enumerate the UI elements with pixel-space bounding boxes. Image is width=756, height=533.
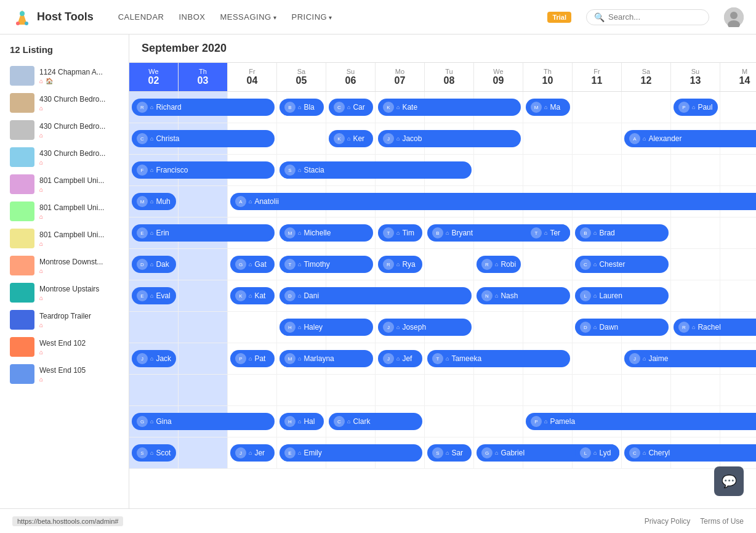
booking-bar[interactable]: S⌂Sar xyxy=(427,444,472,462)
booking-avatar: L xyxy=(580,447,591,458)
booking-name: Scot xyxy=(156,449,171,457)
booking-bar[interactable]: J⌂Jaime xyxy=(624,350,756,367)
airbnb-booking-icon: ⌂ xyxy=(150,261,153,267)
listing-item[interactable]: 801 Campbell Uni... ⌂ xyxy=(0,171,129,198)
booking-bar[interactable]: L⌂Lyd xyxy=(575,444,619,462)
booking-bar[interactable]: J⌂Jer xyxy=(230,444,275,462)
booking-bar[interactable]: E⌂Erin xyxy=(132,224,275,242)
listing-item[interactable]: 430 Church Bedro... ⌂ xyxy=(0,89,129,116)
booking-name: Chester xyxy=(599,260,625,269)
booking-bar[interactable]: M⌂Michelle xyxy=(279,224,373,242)
booking-bar[interactable]: L⌂Lauren xyxy=(575,287,669,304)
logo[interactable]: Host Tools xyxy=(12,7,94,27)
booking-name: Joseph xyxy=(402,323,426,332)
booking-bar[interactable]: C⌂Clark xyxy=(329,413,422,430)
booking-bar[interactable]: P⌂Paul xyxy=(674,99,718,116)
booking-avatar: J xyxy=(383,322,394,333)
nav-calendar[interactable]: CALENDAR xyxy=(118,12,164,22)
booking-bar[interactable]: M⌂Marlayna xyxy=(279,350,373,367)
airbnb-booking-icon: ⌂ xyxy=(544,418,547,425)
booking-bar[interactable]: T⌂Tim xyxy=(378,224,422,242)
calendar-day-col: Mo 07 xyxy=(376,63,425,91)
booking-bar[interactable]: E⌂Emily xyxy=(279,444,422,462)
booking-avatar: J xyxy=(235,447,246,458)
booking-bar[interactable]: G⌂Gat xyxy=(230,256,275,273)
listing-item[interactable]: 801 Campbell Uni... ⌂ xyxy=(0,198,129,225)
booking-name: Lyd xyxy=(599,449,611,457)
listing-item[interactable]: 430 Church Bedro... ⌂ xyxy=(0,144,129,171)
listing-item[interactable]: Montrose Upstairs ⌂ xyxy=(0,279,129,306)
privacy-policy-link[interactable]: Privacy Policy xyxy=(645,517,691,526)
booking-bar[interactable]: C⌂Christa xyxy=(132,130,275,147)
booking-bar[interactable]: B⌂Brad xyxy=(575,224,669,242)
booking-bar[interactable]: A⌂Alexander xyxy=(624,130,756,147)
booking-bar[interactable]: D⌂Dak xyxy=(132,256,176,273)
listing-item[interactable]: Teardrop Trailer ⌂ xyxy=(0,306,129,333)
calendar-day-col: Sa 05 xyxy=(277,63,326,91)
listing-item[interactable]: Montrose Downst... ⌂ xyxy=(0,252,129,279)
booking-avatar: D xyxy=(284,290,296,301)
booking-bar[interactable]: K⌂Kate xyxy=(378,99,521,116)
footer: https://beta.hosttools.com/admin# Privac… xyxy=(0,508,756,533)
booking-bar[interactable]: M⌂Muh xyxy=(132,193,176,210)
booking-bar[interactable]: T⌂Ter xyxy=(526,224,570,242)
terms-of-use-link[interactable]: Terms of Use xyxy=(700,517,744,526)
airbnb-booking-icon: ⌂ xyxy=(544,230,547,236)
booking-bar[interactable]: R⌂Robi xyxy=(477,256,521,273)
booking-bar[interactable]: T⌂Timothy xyxy=(279,256,373,273)
calendar-row: S⌂ScotJ⌂JerE⌂EmilyS⌂SarG⌂GabrielL⌂LydC⌂C… xyxy=(129,437,756,469)
booking-bar[interactable]: C⌂Car xyxy=(329,99,373,116)
listing-name: Montrose Upstairs xyxy=(39,285,119,293)
airbnb-icon: ⌂ xyxy=(39,105,43,112)
booking-bar[interactable]: N⌂Nash xyxy=(477,287,570,304)
listing-item[interactable]: West End 105 ⌂ xyxy=(0,360,129,388)
listing-item[interactable]: West End 102 ⌂ xyxy=(0,333,129,360)
listing-item[interactable]: 430 Church Bedro... ⌂ xyxy=(0,116,129,144)
booking-bar[interactable]: J⌂Jack xyxy=(132,350,176,367)
nav-inbox[interactable]: INBOX xyxy=(179,12,205,22)
booking-bar[interactable]: R⌂Rachel xyxy=(674,319,756,336)
booking-bar[interactable]: K⌂Kat xyxy=(230,287,275,304)
booking-bars: J⌂JackP⌂PatM⌂MarlaynaJ⌂JefT⌂TameekaJ⌂Jai… xyxy=(129,343,756,374)
booking-bar[interactable]: P⌂Pamela xyxy=(526,413,756,430)
booking-bar[interactable]: R⌂Rya xyxy=(378,256,422,273)
booking-bar[interactable]: C⌂Chester xyxy=(575,256,669,273)
booking-bar[interactable]: P⌂Pat xyxy=(230,350,275,367)
nav-messaging[interactable]: MESSAGING xyxy=(220,12,276,22)
booking-bar[interactable]: K⌂Ker xyxy=(329,130,373,147)
booking-avatar: T xyxy=(432,353,443,364)
listing-info: West End 105 ⌂ xyxy=(39,366,119,383)
nav-pricing[interactable]: PRICING xyxy=(291,12,332,22)
booking-bar[interactable]: S⌂Stacia xyxy=(279,161,472,179)
booking-name: Rya xyxy=(402,260,415,269)
booking-bar[interactable]: T⌂Tameeka xyxy=(427,350,570,367)
booking-bar[interactable]: J⌂Jef xyxy=(378,350,422,367)
booking-bar[interactable]: D⌂Dawn xyxy=(575,319,669,336)
calendar-day-col: Su 13 xyxy=(671,63,720,91)
listing-item[interactable]: 801 Campbell Uni... ⌂ xyxy=(0,225,129,252)
booking-bar[interactable]: E⌂Eval xyxy=(132,287,176,304)
booking-bar[interactable]: H⌂Haley xyxy=(279,319,373,336)
listing-item[interactable]: 1124 Chapman A... ⌂ 🏠 xyxy=(0,62,129,89)
booking-name: Gabriel xyxy=(501,449,525,457)
booking-bar[interactable]: C⌂Cheryl xyxy=(624,444,756,462)
avatar[interactable] xyxy=(724,7,744,27)
booking-bar[interactable]: R⌂Richard xyxy=(132,99,275,116)
booking-name: Gat xyxy=(254,260,266,269)
search-input[interactable] xyxy=(608,12,701,22)
booking-bar[interactable]: F⌂Francisco xyxy=(132,161,275,179)
booking-bar[interactable]: J⌂Joseph xyxy=(378,319,472,336)
chat-button[interactable]: 💬 xyxy=(714,466,744,496)
booking-bar[interactable]: B⌂Bla xyxy=(279,99,324,116)
booking-bar[interactable]: S⌂Scot xyxy=(132,444,176,462)
airbnb-booking-icon: ⌂ xyxy=(396,136,400,142)
booking-bar[interactable]: G⌂Gina xyxy=(132,413,275,430)
booking-bar[interactable]: A⌂Anatolii xyxy=(230,193,756,210)
booking-bar[interactable]: M⌂Ma xyxy=(526,99,570,116)
booking-bar[interactable]: D⌂Dani xyxy=(279,287,472,304)
booking-bar[interactable]: J⌂Jacob xyxy=(378,130,521,147)
calendar-day-col: Su 06 xyxy=(326,63,376,91)
airbnb-icon: ⌂ xyxy=(39,349,43,356)
booking-bar[interactable]: H⌂Hal xyxy=(279,413,324,430)
airbnb-icon: ⌂ xyxy=(39,322,43,328)
